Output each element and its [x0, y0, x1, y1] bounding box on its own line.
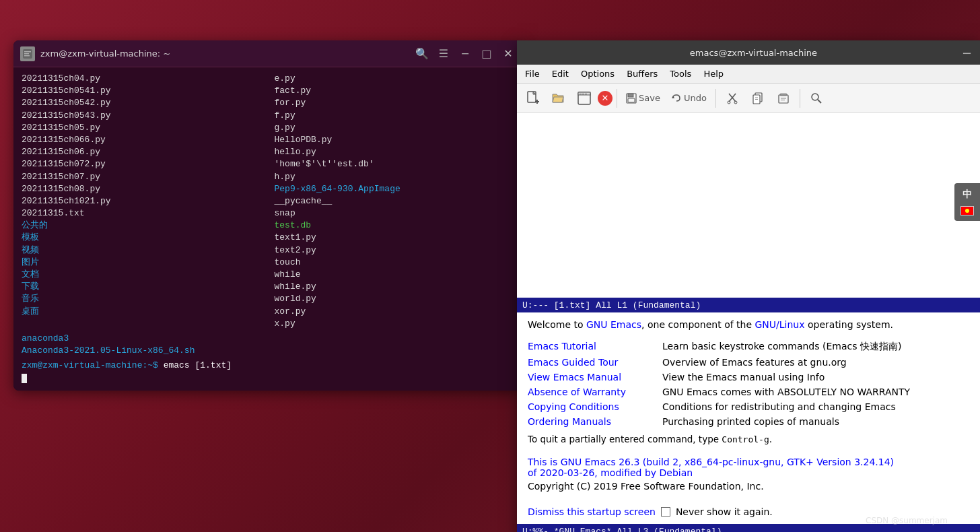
- terminal-line: 20211315ch07.py: [22, 171, 261, 183]
- menu-edit[interactable]: Edit: [547, 67, 574, 80]
- toolbar-save-label: Save: [639, 93, 660, 103]
- svg-rect-11: [585, 94, 587, 95]
- terminal-line: h.py: [275, 171, 514, 183]
- terminal-menu-btn[interactable]: ☰: [437, 47, 450, 61]
- menu-buffers[interactable]: Buffers: [621, 67, 663, 80]
- terminal-line-cyan: 模板: [22, 232, 261, 244]
- svg-rect-1: [24, 51, 31, 53]
- terminal-line: hello.py: [275, 146, 514, 158]
- emacs-link-gnu-emacs[interactable]: GNU Emacs: [586, 319, 641, 330]
- toolbar-save-frame-btn[interactable]: [572, 87, 596, 110]
- emacs-manual-desc: View the Emacs manual using Info: [662, 372, 825, 383]
- terminal-line: touch: [275, 257, 514, 269]
- menu-tools[interactable]: Tools: [664, 67, 697, 80]
- terminal-anaconda-installer: Anaconda3-2021.05-Linux-x86_64.sh: [22, 345, 514, 357]
- terminal-user: zxm@zxm-virtual-machine:~$: [22, 360, 158, 370]
- terminal-line: snap: [275, 207, 514, 220]
- emacs-modeline-2-text: U:%%- *GNU Emacs* All L3 (Fundamental): [522, 527, 722, 533]
- emacs-warranty-desc: GNU Emacs comes with ABSOLUTELY NO WARRA…: [662, 387, 910, 397]
- terminal-line: HelloPDB.py: [275, 134, 514, 146]
- emacs-minimize-btn[interactable]: −: [962, 46, 972, 60]
- toolbar-undo-btn[interactable]: Undo: [666, 87, 711, 110]
- emacs-link-row-copying: Copying Conditions Conditions for redist…: [528, 401, 969, 412]
- menu-file[interactable]: File: [520, 67, 545, 80]
- terminal-line: 20211315ch072.py: [22, 158, 261, 170]
- toolbar-paste-btn[interactable]: [771, 87, 796, 110]
- emacs-window: emacs@zxm-virtual-machine − File Edit Op…: [517, 40, 980, 532]
- terminal-prompt: zxm@zxm-virtual-machine:~$ emacs [1.txt]: [22, 360, 514, 372]
- emacs-modeline-1: U:--- [1.txt] All L1 (Fundamental): [517, 298, 980, 312]
- emacs-tour-link[interactable]: Emacs Guided Tour: [528, 357, 662, 368]
- terminal-bottom: anaconda3 Anaconda3-2021.05-Linux-x86_64…: [22, 333, 514, 385]
- terminal-line-cyan: 图片: [22, 257, 261, 269]
- toolbar-kill-buffer-btn[interactable]: ✕: [598, 91, 612, 106]
- emacs-link-row-ordering: Ordering Manuals Purchasing printed copi…: [528, 416, 969, 427]
- toolbar-save-btn[interactable]: Save: [621, 87, 665, 110]
- terminal-line: text2.py: [275, 244, 514, 257]
- sidebar-icon: 中: [954, 183, 980, 221]
- emacs-ordering-link[interactable]: Ordering Manuals: [528, 416, 662, 427]
- terminal-title: zxm@zxm-virtual-machine: ~: [40, 48, 170, 59]
- desktop: zxm@zxm-virtual-machine: ~ 🔍 ☰ − □ ✕ 202…: [0, 0, 980, 532]
- emacs-ordering-desc: Purchasing printed copies of manuals: [662, 416, 839, 427]
- emacs-version-section: This is GNU Emacs 26.3 (build 2, x86_64-…: [528, 457, 969, 478]
- terminal-left-column: 20211315ch04.py 20211315ch0541.py 202113…: [22, 73, 261, 330]
- svg-rect-13: [628, 94, 633, 97]
- toolbar-separator-2: [715, 89, 716, 108]
- emacs-link-row-manual: View Emacs Manual View the Emacs manual …: [528, 372, 969, 383]
- emacs-startup-screen: Welcome to GNU Emacs, one component of t…: [517, 312, 980, 524]
- terminal-maximize-btn[interactable]: □: [480, 47, 493, 61]
- menu-options[interactable]: Options: [575, 67, 620, 80]
- toolbar-new-file-btn[interactable]: [521, 87, 545, 110]
- terminal-close-btn[interactable]: ✕: [501, 47, 515, 61]
- svg-line-29: [818, 100, 821, 103]
- emacs-tutorial-link[interactable]: Emacs Tutorial: [528, 341, 662, 352]
- emacs-link-gnu-linux[interactable]: GNU/Linux: [755, 319, 805, 330]
- terminal-search-btn[interactable]: 🔍: [415, 47, 429, 61]
- emacs-copying-link[interactable]: Copying Conditions: [528, 401, 662, 412]
- svg-point-28: [812, 94, 818, 100]
- terminal-controls: 🔍 ☰ − □ ✕: [415, 47, 515, 61]
- svg-rect-25: [779, 95, 788, 103]
- terminal-line-cyan: 下载: [22, 281, 261, 293]
- terminal-line: e.py: [275, 73, 514, 85]
- emacs-manual-link[interactable]: View Emacs Manual: [528, 372, 662, 383]
- terminal-line-cyan: 音乐: [22, 293, 261, 305]
- terminal-line: f.py: [275, 110, 514, 122]
- terminal-minimize-btn[interactable]: −: [458, 47, 472, 61]
- emacs-buffer-area[interactable]: [525, 119, 972, 240]
- terminal-line-cyan: 视频: [22, 244, 261, 257]
- emacs-dismiss-link[interactable]: Dismiss this startup screen: [528, 506, 656, 517]
- terminal-cursor-line: [22, 372, 514, 385]
- toolbar-cut-btn[interactable]: [720, 87, 744, 110]
- terminal-window: zxm@zxm-virtual-machine: ~ 🔍 ☰ − □ ✕ 202…: [13, 40, 522, 391]
- svg-rect-9: [580, 94, 582, 95]
- toolbar-open-file-btn[interactable]: [547, 87, 571, 110]
- emacs-titlebar: emacs@zxm-virtual-machine −: [517, 40, 980, 65]
- terminal-anaconda3: anaconda3: [22, 333, 514, 345]
- terminal-icon: [20, 46, 35, 61]
- emacs-tour-desc: Overview of Emacs features at gnu.org: [662, 357, 847, 368]
- terminal-line: 20211315.txt: [22, 207, 261, 220]
- terminal-content: 20211315ch04.py 20211315ch0541.py 202113…: [22, 73, 514, 330]
- toolbar-copy-btn[interactable]: [746, 87, 770, 110]
- terminal-line: 20211315ch0542.py: [22, 97, 261, 109]
- terminal-command: emacs [1.txt]: [164, 360, 232, 370]
- emacs-link-row-tutorial: Emacs Tutorial Learn basic keystroke com…: [528, 341, 969, 353]
- terminal-line: 20211315ch0541.py: [22, 85, 261, 97]
- emacs-never-show-label: Never show it again.: [676, 506, 773, 517]
- emacs-main-content: [517, 113, 980, 298]
- emacs-welcome-text-2: , one component of the: [641, 319, 755, 330]
- toolbar-search-btn[interactable]: [804, 87, 829, 110]
- emacs-link-row-tour: Emacs Guided Tour Overview of Emacs feat…: [528, 357, 969, 368]
- toolbar-separator-1: [617, 89, 617, 108]
- terminal-line: 20211315ch05.py: [22, 122, 261, 134]
- terminal-line: xor.py: [275, 306, 514, 318]
- emacs-warranty-link[interactable]: Absence of Warranty: [528, 387, 662, 397]
- emacs-quit-text: To quit a partially entered command, typ…: [528, 434, 722, 444]
- terminal-line: fact.py: [275, 85, 514, 97]
- menu-help[interactable]: Help: [698, 67, 729, 80]
- emacs-never-show-checkbox[interactable]: [661, 507, 670, 517]
- terminal-line: 20211315ch08.py: [22, 183, 261, 195]
- csdn-watermark: CSDN @summerjam: [866, 516, 948, 525]
